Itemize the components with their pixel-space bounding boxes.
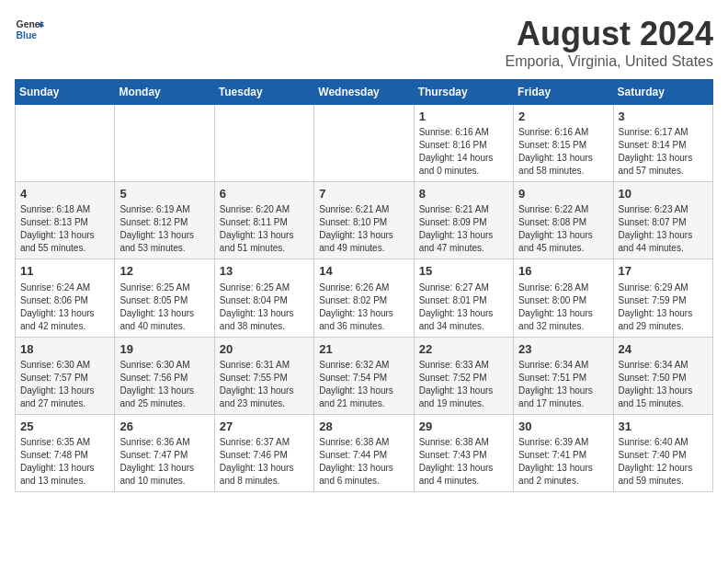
calendar-cell: 7Sunrise: 6:21 AM Sunset: 8:10 PM Daylig… xyxy=(314,182,414,259)
day-info: Sunrise: 6:34 AM Sunset: 7:51 PM Dayligh… xyxy=(518,359,608,410)
day-number: 7 xyxy=(319,186,408,202)
day-info: Sunrise: 6:24 AM Sunset: 8:06 PM Dayligh… xyxy=(20,282,109,333)
day-number: 5 xyxy=(119,186,209,202)
calendar-cell: 3Sunrise: 6:17 AM Sunset: 8:14 PM Daylig… xyxy=(613,105,712,182)
day-info: Sunrise: 6:23 AM Sunset: 8:07 PM Dayligh… xyxy=(619,203,708,255)
day-number: 28 xyxy=(319,419,408,435)
day-number: 22 xyxy=(419,341,508,358)
day-number: 10 xyxy=(619,186,708,202)
calendar-cell: 30Sunrise: 6:39 AM Sunset: 7:41 PM Dayli… xyxy=(514,414,613,491)
day-number: 1 xyxy=(419,109,508,125)
day-info: Sunrise: 6:20 AM Sunset: 8:11 PM Dayligh… xyxy=(220,203,309,255)
day-info: Sunrise: 6:39 AM Sunset: 7:41 PM Dayligh… xyxy=(518,436,608,488)
day-info: Sunrise: 6:38 AM Sunset: 7:44 PM Dayligh… xyxy=(319,436,408,488)
day-number: 21 xyxy=(319,341,408,358)
day-number: 13 xyxy=(220,263,309,280)
svg-text:Blue: Blue xyxy=(17,30,38,40)
calendar-cell xyxy=(214,105,313,182)
day-info: Sunrise: 6:35 AM Sunset: 7:48 PM Dayligh… xyxy=(20,436,109,488)
weekday-header-thursday: Thursday xyxy=(414,80,513,105)
day-number: 24 xyxy=(619,341,708,358)
calendar-cell: 27Sunrise: 6:37 AM Sunset: 7:46 PM Dayli… xyxy=(214,414,313,491)
day-info: Sunrise: 6:37 AM Sunset: 7:46 PM Dayligh… xyxy=(220,436,309,488)
day-info: Sunrise: 6:36 AM Sunset: 7:47 PM Dayligh… xyxy=(119,436,209,488)
weekday-header-friday: Friday xyxy=(514,80,613,105)
calendar-cell: 20Sunrise: 6:31 AM Sunset: 7:55 PM Dayli… xyxy=(214,337,313,414)
calendar-cell: 19Sunrise: 6:30 AM Sunset: 7:56 PM Dayli… xyxy=(115,337,214,414)
calendar-cell: 15Sunrise: 6:27 AM Sunset: 8:01 PM Dayli… xyxy=(414,259,513,337)
calendar-cell: 28Sunrise: 6:38 AM Sunset: 7:44 PM Dayli… xyxy=(314,414,414,491)
calendar-cell: 6Sunrise: 6:20 AM Sunset: 8:11 PM Daylig… xyxy=(214,182,313,259)
calendar-cell: 24Sunrise: 6:34 AM Sunset: 7:50 PM Dayli… xyxy=(613,337,712,414)
calendar-cell: 17Sunrise: 6:29 AM Sunset: 7:59 PM Dayli… xyxy=(613,259,712,337)
title-area: August 2024 Emporia, Virginia, United St… xyxy=(506,15,713,70)
day-info: Sunrise: 6:30 AM Sunset: 7:57 PM Dayligh… xyxy=(20,359,109,410)
calendar-week-5: 25Sunrise: 6:35 AM Sunset: 7:48 PM Dayli… xyxy=(16,414,713,491)
calendar-cell: 8Sunrise: 6:21 AM Sunset: 8:09 PM Daylig… xyxy=(414,182,513,259)
day-info: Sunrise: 6:19 AM Sunset: 8:12 PM Dayligh… xyxy=(119,203,209,255)
calendar-week-2: 4Sunrise: 6:18 AM Sunset: 8:13 PM Daylig… xyxy=(16,182,713,259)
day-number: 20 xyxy=(220,341,309,358)
calendar-cell: 11Sunrise: 6:24 AM Sunset: 8:06 PM Dayli… xyxy=(16,259,115,337)
weekday-header-row: SundayMondayTuesdayWednesdayThursdayFrid… xyxy=(16,80,713,105)
day-number: 15 xyxy=(419,263,508,280)
day-number: 19 xyxy=(119,341,209,358)
calendar-cell: 25Sunrise: 6:35 AM Sunset: 7:48 PM Dayli… xyxy=(16,414,115,491)
logo: General Blue xyxy=(15,15,44,44)
day-info: Sunrise: 6:17 AM Sunset: 8:14 PM Dayligh… xyxy=(619,126,708,178)
calendar-cell: 4Sunrise: 6:18 AM Sunset: 8:13 PM Daylig… xyxy=(16,182,115,259)
day-info: Sunrise: 6:40 AM Sunset: 7:40 PM Dayligh… xyxy=(619,436,708,488)
weekday-header-monday: Monday xyxy=(115,80,214,105)
day-number: 8 xyxy=(419,186,508,202)
day-number: 2 xyxy=(518,109,608,125)
calendar-cell: 9Sunrise: 6:22 AM Sunset: 8:08 PM Daylig… xyxy=(514,182,613,259)
day-number: 16 xyxy=(518,263,608,280)
calendar-cell: 29Sunrise: 6:38 AM Sunset: 7:43 PM Dayli… xyxy=(414,414,513,491)
calendar-cell: 31Sunrise: 6:40 AM Sunset: 7:40 PM Dayli… xyxy=(613,414,712,491)
day-number: 11 xyxy=(20,263,109,280)
day-info: Sunrise: 6:29 AM Sunset: 7:59 PM Dayligh… xyxy=(619,282,708,333)
day-info: Sunrise: 6:21 AM Sunset: 8:09 PM Dayligh… xyxy=(419,203,508,255)
day-info: Sunrise: 6:34 AM Sunset: 7:50 PM Dayligh… xyxy=(619,359,708,410)
day-info: Sunrise: 6:33 AM Sunset: 7:52 PM Dayligh… xyxy=(419,359,508,410)
page-header: General Blue August 2024 Emporia, Virgin… xyxy=(15,15,713,70)
day-number: 23 xyxy=(518,341,608,358)
calendar-body: 1Sunrise: 6:16 AM Sunset: 8:16 PM Daylig… xyxy=(16,105,713,492)
day-number: 31 xyxy=(619,419,708,435)
calendar-cell: 5Sunrise: 6:19 AM Sunset: 8:12 PM Daylig… xyxy=(115,182,214,259)
location-subtitle: Emporia, Virginia, United States xyxy=(506,53,713,70)
day-number: 14 xyxy=(319,263,408,280)
calendar-cell: 14Sunrise: 6:26 AM Sunset: 8:02 PM Dayli… xyxy=(314,259,414,337)
day-info: Sunrise: 6:22 AM Sunset: 8:08 PM Dayligh… xyxy=(518,203,608,255)
weekday-header-wednesday: Wednesday xyxy=(314,80,414,105)
calendar-week-4: 18Sunrise: 6:30 AM Sunset: 7:57 PM Dayli… xyxy=(16,337,713,414)
calendar-cell: 22Sunrise: 6:33 AM Sunset: 7:52 PM Dayli… xyxy=(414,337,513,414)
day-number: 27 xyxy=(220,419,309,435)
calendar-cell: 21Sunrise: 6:32 AM Sunset: 7:54 PM Dayli… xyxy=(314,337,414,414)
day-number: 25 xyxy=(20,419,109,435)
day-number: 30 xyxy=(518,419,608,435)
day-number: 17 xyxy=(619,263,708,280)
calendar-cell: 2Sunrise: 6:16 AM Sunset: 8:15 PM Daylig… xyxy=(514,105,613,182)
day-info: Sunrise: 6:25 AM Sunset: 8:05 PM Dayligh… xyxy=(119,282,209,333)
day-number: 18 xyxy=(20,341,109,358)
day-number: 9 xyxy=(518,186,608,202)
calendar-cell: 12Sunrise: 6:25 AM Sunset: 8:05 PM Dayli… xyxy=(115,259,214,337)
calendar-cell: 23Sunrise: 6:34 AM Sunset: 7:51 PM Dayli… xyxy=(514,337,613,414)
day-number: 12 xyxy=(119,263,209,280)
calendar-cell: 10Sunrise: 6:23 AM Sunset: 8:07 PM Dayli… xyxy=(613,182,712,259)
calendar-cell xyxy=(314,105,414,182)
day-number: 26 xyxy=(119,419,209,435)
weekday-header-saturday: Saturday xyxy=(613,80,712,105)
calendar-cell xyxy=(16,105,115,182)
generalblue-logo-icon: General Blue xyxy=(15,15,44,44)
month-year-title: August 2024 xyxy=(506,15,713,53)
calendar-cell: 16Sunrise: 6:28 AM Sunset: 8:00 PM Dayli… xyxy=(514,259,613,337)
day-number: 3 xyxy=(619,109,708,125)
calendar-cell: 26Sunrise: 6:36 AM Sunset: 7:47 PM Dayli… xyxy=(115,414,214,491)
calendar-cell: 18Sunrise: 6:30 AM Sunset: 7:57 PM Dayli… xyxy=(16,337,115,414)
calendar-cell: 13Sunrise: 6:25 AM Sunset: 8:04 PM Dayli… xyxy=(214,259,313,337)
day-info: Sunrise: 6:38 AM Sunset: 7:43 PM Dayligh… xyxy=(419,436,508,488)
day-number: 29 xyxy=(419,419,508,435)
day-info: Sunrise: 6:27 AM Sunset: 8:01 PM Dayligh… xyxy=(419,282,508,333)
